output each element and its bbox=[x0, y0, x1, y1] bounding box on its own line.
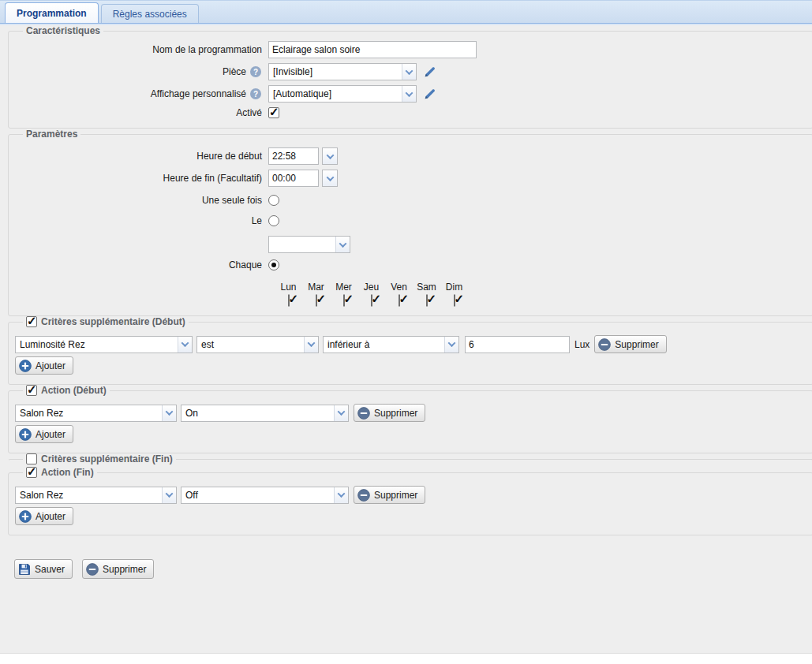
criteres-debut-row: Luminosité Rez est inférieur à Lux Suppr… bbox=[15, 335, 806, 353]
heure-fin-input[interactable] bbox=[268, 170, 319, 187]
critere-operator-select[interactable]: est bbox=[196, 336, 319, 353]
action-debut-device-select[interactable]: Salon Rez bbox=[15, 405, 177, 422]
chevron-down-icon[interactable] bbox=[402, 86, 416, 102]
critere-value-input[interactable] bbox=[465, 336, 570, 353]
critere-device-select[interactable]: Luminosité Rez bbox=[15, 336, 193, 353]
day-jeu-checkbox[interactable] bbox=[371, 294, 372, 307]
action-debut-add-row: Ajouter bbox=[15, 425, 806, 443]
help-icon[interactable] bbox=[249, 88, 262, 100]
action-fin-add-row: Ajouter bbox=[15, 507, 806, 525]
supprimer-label: Supprimer bbox=[103, 564, 146, 575]
action-debut-value-select[interactable]: On bbox=[181, 405, 349, 422]
action-fin-device-select[interactable]: Salon Rez bbox=[15, 487, 177, 504]
piece-select[interactable]: [Invisible] bbox=[268, 63, 417, 80]
action-fin-legend: Action (Fin) bbox=[23, 467, 97, 478]
heure-debut-dropdown-button[interactable] bbox=[322, 147, 338, 165]
chevron-down-icon[interactable] bbox=[334, 405, 348, 421]
minus-circle-icon bbox=[357, 407, 370, 420]
criteres-debut-fieldset: Critères supplémentaire (Début) Luminosi… bbox=[8, 316, 812, 385]
affichage-label-text: Affichage personnalisé bbox=[151, 88, 246, 99]
criteres-debut-enable-checkbox[interactable] bbox=[26, 316, 37, 327]
day-sam-checkbox[interactable] bbox=[426, 294, 428, 307]
day-ven-checkbox[interactable] bbox=[399, 294, 400, 307]
edit-pencil-icon[interactable] bbox=[423, 65, 436, 79]
action-fin-supprimer-label: Supprimer bbox=[374, 490, 417, 501]
chevron-down-icon[interactable] bbox=[402, 64, 416, 80]
critere-ajouter-button[interactable]: Ajouter bbox=[15, 356, 73, 375]
action-debut-enable-checkbox[interactable] bbox=[26, 385, 37, 396]
active-label: Activé bbox=[15, 107, 262, 118]
le-date-select[interactable] bbox=[268, 236, 350, 253]
chevron-down-icon[interactable] bbox=[334, 487, 348, 503]
parametres-legend-label: Paramètres bbox=[26, 129, 77, 140]
day-mar-checkbox[interactable] bbox=[316, 294, 317, 307]
help-icon[interactable] bbox=[249, 65, 262, 78]
action-fin-supprimer-button[interactable]: Supprimer bbox=[354, 486, 425, 504]
le-radio[interactable] bbox=[268, 215, 279, 226]
action-debut-supprimer-label: Supprimer bbox=[374, 408, 417, 419]
caracteristiques-fieldset: Caractéristiques Nom de la programmation… bbox=[8, 25, 812, 129]
critere-comparator-value: inférieur à bbox=[324, 337, 444, 353]
days-of-week: Lun Mar Mer Jeu Ven Sam bbox=[275, 282, 806, 306]
edit-pencil-icon[interactable] bbox=[423, 88, 436, 101]
chevron-down-icon[interactable] bbox=[162, 487, 176, 503]
critere-supprimer-button[interactable]: Supprimer bbox=[594, 335, 666, 353]
active-row: Activé bbox=[15, 107, 806, 118]
nom-label: Nom de la programmation bbox=[15, 44, 262, 55]
heure-debut-input[interactable] bbox=[268, 147, 319, 165]
chevron-down-icon[interactable] bbox=[178, 337, 192, 353]
action-fin-row: Salon Rez Off Supprimer bbox=[15, 486, 806, 504]
chevron-down-icon[interactable] bbox=[162, 405, 176, 421]
day-mer-checkbox[interactable] bbox=[343, 294, 345, 307]
nom-row: Nom de la programmation bbox=[15, 41, 806, 58]
chevron-down-icon[interactable] bbox=[304, 337, 318, 353]
action-debut-supprimer-button[interactable]: Supprimer bbox=[354, 404, 425, 422]
tab-regles-associees[interactable]: Règles associées bbox=[101, 4, 199, 23]
le-date-select-value bbox=[269, 237, 335, 252]
tab-bar: Programmation Règles associées bbox=[0, 0, 812, 24]
day-jeu-label: Jeu bbox=[357, 282, 385, 293]
tab-programmation[interactable]: Programmation bbox=[5, 2, 99, 23]
sauver-button[interactable]: Sauver bbox=[14, 559, 73, 579]
action-debut-ajouter-button[interactable]: Ajouter bbox=[15, 425, 73, 443]
plus-circle-icon bbox=[19, 510, 32, 523]
action-debut-value: On bbox=[181, 405, 334, 421]
criteres-fin-legend-label: Critères supplémentaire (Fin) bbox=[41, 453, 173, 464]
critere-operator-value: est bbox=[197, 337, 304, 353]
day-ven: Ven bbox=[385, 282, 413, 306]
day-lun-checkbox[interactable] bbox=[288, 294, 290, 307]
une-seule-fois-radio[interactable] bbox=[268, 195, 279, 206]
heure-debut-row: Heure de début bbox=[15, 147, 806, 165]
criteres-fin-enable-checkbox[interactable] bbox=[26, 453, 37, 464]
parametres-legend: Paramètres bbox=[23, 129, 80, 140]
chaque-label: Chaque bbox=[15, 259, 262, 270]
criteres-fin-legend: Critères supplémentaire (Fin) bbox=[23, 453, 176, 464]
heure-fin-dropdown-button[interactable] bbox=[322, 170, 338, 187]
criteres-debut-legend: Critères supplémentaire (Début) bbox=[23, 316, 189, 327]
critere-comparator-select[interactable]: inférieur à bbox=[323, 336, 459, 353]
affichage-label: Affichage personnalisé bbox=[15, 88, 262, 100]
action-debut-legend-label: Action (Début) bbox=[41, 385, 107, 396]
action-fin-fieldset: Action (Fin) Salon Rez Off Supprimer Ajo… bbox=[8, 467, 812, 535]
chaque-radio[interactable] bbox=[268, 259, 279, 270]
supprimer-button[interactable]: Supprimer bbox=[82, 559, 154, 579]
day-ven-label: Ven bbox=[385, 282, 413, 293]
chevron-down-icon[interactable] bbox=[335, 237, 350, 252]
nom-input[interactable] bbox=[268, 41, 477, 58]
chevron-down-icon[interactable] bbox=[444, 337, 458, 353]
action-fin-legend-label: Action (Fin) bbox=[41, 467, 94, 478]
critere-ajouter-label: Ajouter bbox=[36, 360, 65, 371]
affichage-select[interactable]: [Automatique] bbox=[268, 85, 417, 103]
action-fin-value: Off bbox=[181, 487, 334, 503]
action-fin-value-select[interactable]: Off bbox=[181, 487, 349, 504]
action-fin-ajouter-button[interactable]: Ajouter bbox=[15, 507, 73, 525]
le-label: Le bbox=[15, 215, 262, 226]
criteres-debut-legend-label: Critères supplémentaire (Début) bbox=[41, 316, 185, 327]
action-fin-enable-checkbox[interactable] bbox=[26, 467, 37, 478]
heure-fin-row: Heure de fin (Facultatif) bbox=[15, 170, 806, 187]
day-mar: Mar bbox=[302, 282, 330, 306]
active-checkbox[interactable] bbox=[268, 107, 279, 118]
day-dim: Dim bbox=[440, 282, 468, 306]
action-debut-legend: Action (Début) bbox=[23, 385, 110, 396]
day-dim-checkbox[interactable] bbox=[454, 294, 455, 307]
